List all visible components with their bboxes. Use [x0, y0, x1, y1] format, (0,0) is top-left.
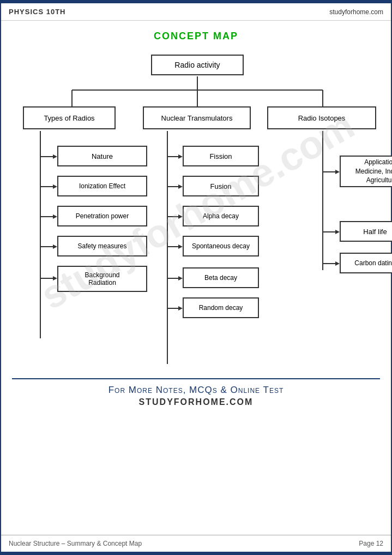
- svg-marker-24: [178, 244, 183, 249]
- svg-marker-33: [335, 230, 340, 234]
- content: CONCEPT MAP studyforhome.com: [1, 21, 391, 535]
- alpha-decay-box: Alpha decay: [183, 206, 259, 226]
- svg-marker-26: [178, 276, 183, 281]
- nuclear-transmulators-box: Nuclear Transmulators: [143, 106, 251, 129]
- carbon-dating-box: Carbon dating: [340, 253, 392, 273]
- footer-promo: For More Notes, MCQs & Online Test STUDY…: [12, 378, 380, 410]
- types-of-radios-box: Types of Radios: [23, 106, 116, 129]
- bottom-border: [1, 552, 391, 554]
- radioactivity-box: Radio activity: [151, 55, 244, 75]
- page-footer: Nuclear Structure – Summary & Concept Ma…: [1, 535, 391, 552]
- header: PHYSICS 10TH studyforhome.com: [1, 3, 391, 21]
- page-title: CONCEPT MAP: [12, 31, 380, 42]
- penetration-power-box: Penetration power: [57, 206, 147, 226]
- footer-right: Page 12: [359, 540, 383, 547]
- fusion-box: Fusion: [183, 176, 259, 196]
- concept-map: studyforhome.com: [12, 52, 383, 368]
- svg-marker-7: [53, 154, 57, 159]
- header-website: studyforhome.com: [329, 8, 383, 16]
- promo-line2: STUDYFORHOME.COM: [12, 397, 380, 407]
- page: PHYSICS 10TH studyforhome.com CONCEPT MA…: [0, 0, 392, 555]
- ionization-effect-box: Ionization Effect: [57, 176, 147, 196]
- svg-marker-31: [335, 170, 340, 174]
- svg-marker-28: [178, 306, 183, 311]
- header-subject: PHYSICS 10TH: [9, 8, 65, 16]
- footer-left: Nuclear Structure – Summary & Concept Ma…: [9, 540, 142, 547]
- svg-marker-11: [53, 214, 57, 219]
- safety-measures-box: Safety measures: [57, 236, 147, 256]
- svg-marker-9: [53, 184, 57, 189]
- svg-marker-15: [53, 276, 57, 281]
- promo-line1: For More Notes, MCQs & Online Test: [12, 385, 380, 396]
- svg-marker-22: [178, 214, 183, 219]
- svg-marker-18: [178, 154, 183, 159]
- svg-marker-20: [178, 184, 183, 189]
- random-decay-box: Random decay: [183, 297, 259, 318]
- svg-marker-35: [335, 261, 340, 266]
- applications-box: Applications Medicine, Industry Agricult…: [340, 156, 392, 187]
- nature-box: Nature: [57, 146, 147, 166]
- svg-marker-13: [53, 244, 57, 249]
- beta-decay-box: Beta decay: [183, 267, 259, 288]
- fission-box: Fission: [183, 146, 259, 166]
- radio-isotopes-box: Radio Isotopes: [267, 106, 376, 129]
- spontaneous-decay-box: Spontaneous decay: [183, 236, 259, 256]
- half-life-box: Half life: [340, 221, 392, 242]
- background-radiation-box: Background Radiation: [57, 266, 147, 292]
